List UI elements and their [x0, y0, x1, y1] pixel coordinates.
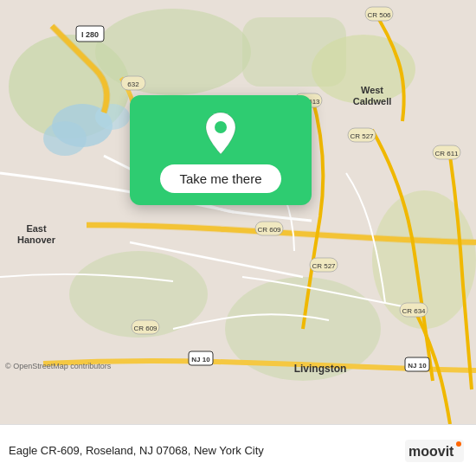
- osm-credit: © OpenStreetMap contributors: [5, 362, 111, 370]
- svg-text:632: 632: [127, 80, 139, 88]
- svg-text:CR 527: CR 527: [350, 132, 374, 140]
- map-container: I 280 632 CR 609 CR 609 NJ 10 NJ 10 CR 5…: [0, 0, 476, 424]
- svg-point-2: [95, 9, 251, 95]
- svg-text:Livingston: Livingston: [294, 363, 347, 375]
- moovit-logo-svg: moovit: [405, 440, 466, 462]
- svg-text:West: West: [361, 85, 383, 95]
- svg-text:NJ 10: NJ 10: [408, 362, 427, 370]
- svg-point-9: [43, 121, 87, 156]
- map-background: I 280 632 CR 609 CR 609 NJ 10 NJ 10 CR 5…: [0, 0, 476, 424]
- moovit-logo: moovit: [405, 440, 466, 462]
- svg-text:Caldwell: Caldwell: [353, 96, 392, 106]
- svg-text:I 280: I 280: [81, 30, 99, 39]
- bottom-bar: Eagle CR-609, Roseland, NJ 07068, New Yo…: [0, 424, 476, 476]
- location-popup[interactable]: Take me there: [130, 95, 312, 205]
- svg-text:NJ 10: NJ 10: [191, 356, 210, 363]
- take-me-there-button[interactable]: Take me there: [160, 164, 280, 193]
- svg-text:East: East: [26, 223, 47, 234]
- svg-text:CR 527: CR 527: [312, 262, 336, 270]
- svg-point-43: [456, 441, 461, 447]
- location-pin-icon: [202, 111, 240, 156]
- svg-text:Hanover: Hanover: [17, 235, 56, 245]
- svg-text:CR 611: CR 611: [434, 150, 459, 158]
- svg-text:CR 506: CR 506: [367, 11, 391, 19]
- svg-text:CR 634: CR 634: [402, 307, 426, 315]
- svg-point-40: [215, 121, 227, 133]
- svg-point-10: [95, 104, 130, 130]
- svg-text:moovit: moovit: [408, 444, 454, 459]
- svg-text:CR 609: CR 609: [133, 325, 158, 332]
- svg-text:CR 609: CR 609: [257, 226, 281, 234]
- address-text: Eagle CR-609, Roseland, NJ 07068, New Yo…: [9, 444, 405, 457]
